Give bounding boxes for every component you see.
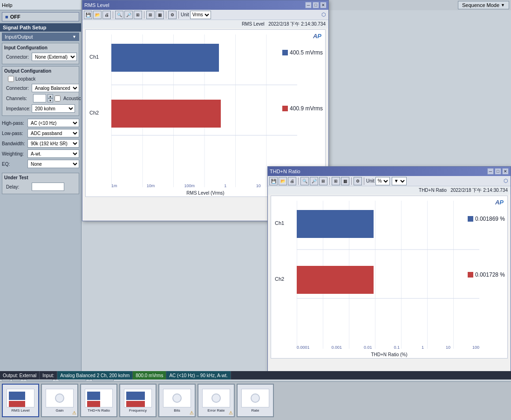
thd-tb-open[interactable]: 📂: [279, 177, 287, 185]
connector-select[interactable]: None (External): [32, 53, 77, 61]
lowpass-row: Low-pass: ADC passband: [0, 128, 81, 138]
rms-tb-grid[interactable]: ⊞: [146, 11, 155, 19]
thd-tb-print[interactable]: 🖨: [288, 177, 296, 185]
thd-ch2-bar-fill: [297, 266, 374, 294]
out-connector-select[interactable]: Analog Balanced: [32, 84, 79, 92]
x-label-1: 1: [224, 183, 226, 188]
impedance-select[interactable]: 200 kohm: [32, 104, 75, 113]
rms-ch2-value-area: 400.9 mVrms: [282, 105, 323, 112]
rms-tb-open[interactable]: 📂: [93, 11, 102, 19]
bandwidth-label: Bandwidth:: [2, 141, 27, 146]
thd-maximize-button[interactable]: □: [495, 168, 501, 175]
thd-x-3: 0.1: [394, 345, 400, 350]
thd-mini-bar-blue: [87, 392, 100, 400]
thd-expand-icon[interactable]: ⬡: [503, 178, 509, 184]
rms-tb-zoom-out[interactable]: 🔎: [124, 11, 133, 19]
thd-window-controls: ─ □ ✕: [487, 168, 509, 175]
rms-maximize-button[interactable]: □: [313, 2, 319, 8]
rms-window-controls: ─ □ ✕: [305, 2, 327, 8]
rms-tb-settings[interactable]: ⚙: [168, 11, 177, 19]
thd-ch2-label: Ch2: [275, 276, 284, 282]
sidebar: Help ■ OFF Signal Path Setup Input/Outpu…: [0, 0, 82, 420]
thd-tb-zoom-in[interactable]: 🔍: [300, 177, 309, 185]
toggle-label: OFF: [10, 14, 20, 20]
rms-unit-select[interactable]: Vrms: [190, 11, 211, 19]
thd-unit-select[interactable]: %: [375, 177, 390, 185]
rms-tb-table[interactable]: ▦: [156, 11, 164, 19]
rms-minimize-button[interactable]: ─: [305, 2, 312, 8]
freq-panel-label: Frequency: [129, 408, 147, 413]
ch1-bar-fill: [111, 44, 219, 72]
input-output-section[interactable]: Input/Output ▼: [2, 33, 79, 41]
panel-error-rate[interactable]: Error Rate ⚠: [198, 384, 235, 417]
output-label: Output:: [3, 373, 18, 378]
channels-input[interactable]: 2: [33, 94, 46, 102]
panel-rms-level[interactable]: RMS Level: [2, 384, 39, 417]
off-toggle[interactable]: ■ OFF: [2, 12, 79, 21]
spin-down[interactable]: ▼: [48, 98, 53, 102]
bits-mini-chart: [163, 389, 191, 407]
ch1-bar-area: [111, 44, 297, 72]
panel-gain[interactable]: Gain ⚠: [41, 384, 78, 417]
thd-tb-zoom-fit[interactable]: ⊞: [319, 177, 327, 185]
channels-spinner[interactable]: ▲ ▼: [48, 94, 53, 102]
rms-tb-save[interactable]: 💾: [84, 11, 92, 19]
lowpass-select[interactable]: ADC passband: [27, 129, 79, 137]
thd-ch1-bar-area: [297, 210, 479, 238]
connector-row: Connector: None (External): [4, 52, 77, 62]
spin-up[interactable]: ▲: [48, 94, 53, 98]
tb-sep4: [178, 11, 179, 19]
thd-minimize-button[interactable]: ─: [487, 168, 494, 175]
thd-x-6: 100: [472, 345, 479, 350]
thd-unit-select2[interactable]: ▼: [392, 177, 407, 185]
thd-tb-zoom-out[interactable]: 🔎: [310, 177, 318, 185]
sequence-mode-button[interactable]: Sequence Mode ▼: [458, 1, 509, 9]
errrate-panel-label: Error Rate: [208, 408, 225, 413]
ch2-bar-fill: [111, 100, 221, 128]
help-menu[interactable]: Help: [2, 2, 13, 8]
bandwidth-select[interactable]: 90k (192 kHz SR): [27, 139, 79, 148]
ch2-color-swatch: [282, 106, 288, 111]
loopback-checkbox[interactable]: [8, 76, 14, 82]
output-value: External: [20, 373, 37, 378]
thd-x-axis-labels: 0.0001 0.001 0.01 0.1 1 10 100: [297, 345, 479, 350]
chevron-down-icon: ▼: [72, 34, 76, 39]
rms-tb-zoom-fit[interactable]: ⊞: [134, 11, 142, 19]
seq-chevron-icon: ▼: [501, 3, 505, 7]
thd-close-button[interactable]: ✕: [502, 168, 509, 175]
thd-x-1: 0.001: [332, 345, 342, 350]
section-signal-path: Signal Path Setup: [0, 23, 81, 32]
weighting-select[interactable]: A-wt.: [27, 149, 79, 158]
status-bar: Output: External Input: Analog Balanced …: [0, 371, 511, 379]
panel-bits[interactable]: Bits ⚠: [158, 384, 196, 417]
panel-frequency[interactable]: Frequency: [119, 384, 157, 417]
panel-rate[interactable]: Rate: [237, 384, 274, 417]
thd-tb-grid[interactable]: ⊞: [332, 177, 340, 185]
thd-toolbar: 💾 📂 🖨 🔍 🔎 ⊞ ⊞ ▦ ⚙ Unit % ▼ ⬡: [268, 176, 511, 186]
thd-tb-table[interactable]: ▦: [341, 177, 349, 185]
panel-thd[interactable]: THD+N Ratio: [80, 384, 117, 417]
input-config-title: Input Configuration: [4, 45, 77, 50]
delay-input[interactable]: 0.000 s: [32, 183, 64, 191]
thd-x-0: 0.0001: [297, 345, 310, 350]
rms-tb-print[interactable]: 🖨: [102, 11, 111, 19]
thd-chart: AP Ch1 Ch2 0.001869 % 0.0: [271, 196, 508, 359]
rms-ch2-value: 400.9 mVrms: [290, 105, 323, 112]
rms-tb-zoom-in[interactable]: 🔍: [115, 11, 123, 19]
rms-titlebar: RMS Level ─ □ ✕: [82, 0, 328, 10]
eq-select[interactable]: None: [27, 160, 79, 168]
thd-sep2: [329, 177, 330, 185]
highpass-select[interactable]: AC (<10 Hz): [27, 119, 79, 127]
rms-close-button[interactable]: ✕: [320, 2, 327, 8]
acoustic-checkbox[interactable]: [55, 95, 61, 102]
rms-panel-label: RMS Level: [11, 408, 29, 413]
thd-tb-settings[interactable]: ⚙: [354, 177, 362, 185]
thd-panel-label: THD+N Ratio: [88, 408, 110, 413]
rms-expand-icon[interactable]: ⬡: [320, 12, 327, 18]
thd-ch2-swatch: [468, 272, 473, 278]
freq-mini-bar-blue: [126, 392, 145, 400]
thd-tb-save[interactable]: 💾: [269, 177, 278, 185]
freq-mini-chart: [124, 389, 152, 407]
thd-ch1-value-area: 0.001869 %: [468, 216, 505, 222]
delay-label: Delay:: [6, 184, 32, 190]
